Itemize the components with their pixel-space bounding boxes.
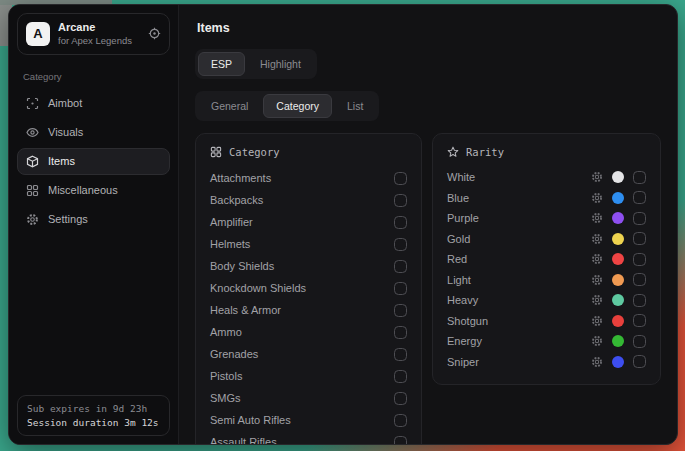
category-checkbox[interactable] bbox=[394, 326, 407, 339]
category-checkbox[interactable] bbox=[394, 194, 407, 207]
sidebar-item-items[interactable]: Items bbox=[17, 148, 170, 175]
sidebar-item-settings[interactable]: Settings bbox=[17, 206, 170, 233]
category-row-label: Ammo bbox=[210, 326, 394, 338]
gear-icon[interactable] bbox=[591, 294, 603, 306]
sidebar-item-label: Aimbot bbox=[48, 97, 82, 109]
color-swatch[interactable] bbox=[612, 192, 624, 204]
rarity-checkbox[interactable] bbox=[633, 253, 646, 266]
rarity-row: Shotgun bbox=[447, 311, 646, 332]
sidebar-item-label: Settings bbox=[48, 213, 88, 225]
sidebar-item-miscellaneous[interactable]: Miscellaneous bbox=[17, 177, 170, 204]
gear-icon[interactable] bbox=[591, 335, 603, 347]
category-row: Pistols bbox=[210, 365, 407, 387]
gear-icon[interactable] bbox=[591, 274, 603, 286]
target-icon[interactable] bbox=[148, 27, 161, 40]
rarity-checkbox[interactable] bbox=[633, 191, 646, 204]
category-row-label: Knockdown Shields bbox=[210, 282, 394, 294]
category-row-label: Backpacks bbox=[210, 194, 394, 206]
category-checkbox[interactable] bbox=[394, 370, 407, 383]
session-duration-text: Session duration 3m 12s bbox=[27, 417, 160, 428]
color-swatch[interactable] bbox=[612, 171, 624, 183]
color-swatch[interactable] bbox=[612, 335, 624, 347]
category-rows: Attachments Backpacks Amplifier bbox=[210, 167, 407, 444]
color-swatch[interactable] bbox=[612, 212, 624, 224]
category-row-label: SMGs bbox=[210, 392, 394, 404]
category-checkbox[interactable] bbox=[394, 436, 407, 445]
color-swatch[interactable] bbox=[612, 274, 624, 286]
tab-list[interactable]: List bbox=[334, 94, 376, 118]
rarity-row-label: Blue bbox=[447, 192, 591, 204]
category-checkbox[interactable] bbox=[394, 304, 407, 317]
sidebar-section-label: Category bbox=[23, 71, 164, 82]
category-checkbox[interactable] bbox=[394, 282, 407, 295]
rarity-checkbox[interactable] bbox=[633, 355, 646, 368]
rarity-checkbox[interactable] bbox=[633, 314, 646, 327]
category-row-label: Amplifier bbox=[210, 216, 394, 228]
app-title: Arcane bbox=[58, 21, 132, 35]
eye-icon bbox=[26, 126, 39, 139]
color-swatch[interactable] bbox=[612, 233, 624, 245]
gear-icon[interactable] bbox=[591, 253, 603, 265]
esp-highlight-toggle: ESP Highlight bbox=[195, 49, 317, 79]
tab-category[interactable]: Category bbox=[263, 94, 332, 118]
category-row: Helmets bbox=[210, 233, 407, 255]
category-row: Attachments bbox=[210, 167, 407, 189]
rarity-row-label: Shotgun bbox=[447, 315, 591, 327]
category-row-label: Assault Rifles bbox=[210, 436, 394, 444]
color-swatch[interactable] bbox=[612, 356, 624, 368]
category-checkbox[interactable] bbox=[394, 216, 407, 229]
gear-icon[interactable] bbox=[591, 315, 603, 327]
rarity-row: Light bbox=[447, 270, 646, 291]
category-row-label: Helmets bbox=[210, 238, 394, 250]
category-checkbox[interactable] bbox=[394, 414, 407, 427]
rarity-panel-header: Rarity bbox=[447, 146, 646, 158]
category-row-label: Grenades bbox=[210, 348, 394, 360]
esp-toggle-button[interactable]: ESP bbox=[198, 52, 245, 76]
gear-icon[interactable] bbox=[591, 356, 603, 368]
rarity-checkbox[interactable] bbox=[633, 294, 646, 307]
rarity-checkbox[interactable] bbox=[633, 171, 646, 184]
app-window: A Arcane for Apex Legends Category bbox=[8, 4, 678, 445]
view-tabs: General Category List bbox=[195, 91, 379, 121]
category-checkbox[interactable] bbox=[394, 392, 407, 405]
sidebar: A Arcane for Apex Legends Category bbox=[9, 5, 179, 444]
rarity-row: Blue bbox=[447, 188, 646, 209]
color-swatch[interactable] bbox=[612, 294, 624, 306]
rarity-checkbox[interactable] bbox=[633, 212, 646, 225]
rarity-row: Heavy bbox=[447, 290, 646, 311]
category-checkbox[interactable] bbox=[394, 348, 407, 361]
rarity-checkbox[interactable] bbox=[633, 273, 646, 286]
category-checkbox[interactable] bbox=[394, 172, 407, 185]
category-row: Grenades bbox=[210, 343, 407, 365]
category-row: Assault Rifles bbox=[210, 431, 407, 444]
rarity-row-label: Red bbox=[447, 253, 591, 265]
category-row: Ammo bbox=[210, 321, 407, 343]
gear-icon[interactable] bbox=[591, 212, 603, 224]
category-checkbox[interactable] bbox=[394, 260, 407, 273]
color-swatch[interactable] bbox=[612, 253, 624, 265]
sidebar-item-visuals[interactable]: Visuals bbox=[17, 119, 170, 146]
tab-general[interactable]: General bbox=[198, 94, 261, 118]
cube-icon bbox=[26, 155, 39, 168]
category-row: Semi Auto Rifles bbox=[210, 409, 407, 431]
sidebar-item-label: Miscellaneous bbox=[48, 184, 118, 196]
rarity-row-label: White bbox=[447, 171, 591, 183]
color-swatch[interactable] bbox=[612, 315, 624, 327]
category-row-label: Attachments bbox=[210, 172, 394, 184]
rarity-checkbox[interactable] bbox=[633, 335, 646, 348]
gear-icon[interactable] bbox=[591, 233, 603, 245]
sidebar-item-label: Visuals bbox=[48, 126, 83, 138]
category-row: SMGs bbox=[210, 387, 407, 409]
gear-icon[interactable] bbox=[591, 171, 603, 183]
sidebar-item-label: Items bbox=[48, 155, 75, 167]
rarity-row: Energy bbox=[447, 331, 646, 352]
category-checkbox[interactable] bbox=[394, 238, 407, 251]
category-panel-title: Category bbox=[229, 146, 280, 158]
rarity-row: Sniper bbox=[447, 352, 646, 373]
highlight-toggle-button[interactable]: Highlight bbox=[247, 52, 314, 76]
gear-icon[interactable] bbox=[591, 192, 603, 204]
sidebar-item-aimbot[interactable]: Aimbot bbox=[17, 90, 170, 117]
rarity-row: Purple bbox=[447, 208, 646, 229]
rarity-checkbox[interactable] bbox=[633, 232, 646, 245]
category-row-label: Heals & Armor bbox=[210, 304, 394, 316]
